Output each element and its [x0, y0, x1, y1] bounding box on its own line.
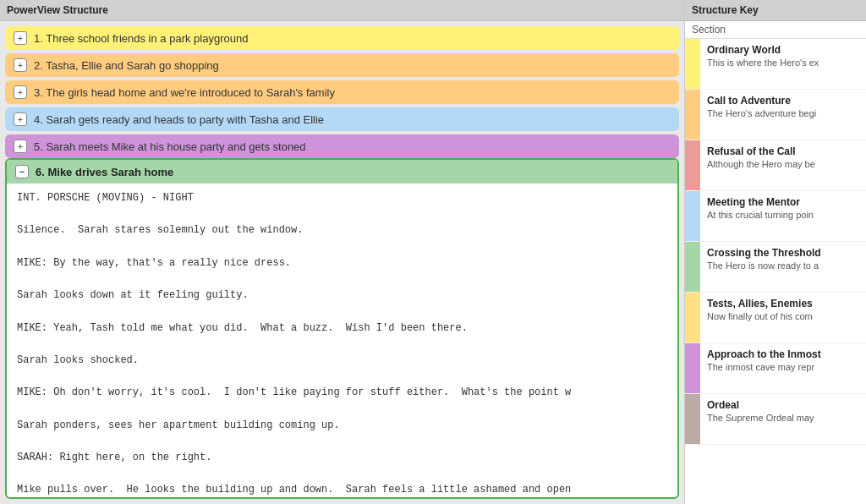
- key-item-4: Crossing the ThresholdThe Hero is now re…: [685, 242, 866, 293]
- key-item-6: Approach to the InmostThe inmost cave ma…: [685, 343, 866, 394]
- key-item-1: Call to AdventureThe Hero's adventure be…: [685, 90, 866, 140]
- key-desc-0: This is where the Hero's ex: [707, 58, 859, 68]
- key-desc-6: The inmost cave may repr: [707, 362, 859, 372]
- key-item-2: Refusal of the CallAlthough the Hero may…: [685, 140, 866, 191]
- key-color-bar-2: [685, 140, 700, 190]
- key-title-2: Refusal of the Call: [707, 145, 859, 157]
- scene-item-4[interactable]: + 4. Sarah gets ready and heads to party…: [5, 107, 679, 131]
- key-title-7: Ordeal: [707, 399, 859, 411]
- structure-key-col-header: Section: [685, 21, 866, 39]
- right-panel-header: Structure Key: [685, 0, 866, 21]
- key-desc-1: The Hero's adventure begi: [707, 108, 859, 118]
- expand-btn-2[interactable]: +: [14, 58, 27, 72]
- key-color-bar-3: [685, 191, 700, 241]
- key-item-7: OrdealThe Supreme Ordeal may: [685, 394, 866, 445]
- key-color-bar-5: [685, 293, 700, 342]
- key-color-bar-0: [685, 39, 700, 89]
- expanded-scene-header: − 6. Mike drives Sarah home: [7, 160, 677, 184]
- scene-label-1: 1. Three school friends in a park playgr…: [34, 32, 248, 45]
- key-title-1: Call to Adventure: [707, 95, 859, 107]
- expanded-scene-label: 6. Mike drives Sarah home: [36, 166, 173, 178]
- key-desc-2: Although the Hero may be: [707, 159, 859, 169]
- script-content[interactable]: INT. PORSCHE (MOVING) - NIGHT Silence. S…: [7, 184, 677, 499]
- expand-btn-4[interactable]: +: [14, 112, 27, 126]
- expand-btn-1[interactable]: +: [14, 31, 27, 45]
- key-title-5: Tests, Allies, Enemies: [707, 298, 859, 310]
- key-title-4: Crossing the Threshold: [707, 247, 859, 259]
- expand-btn-6[interactable]: −: [15, 165, 29, 178]
- key-items: Ordinary WorldThis is where the Hero's e…: [685, 39, 866, 504]
- key-desc-5: Now finally out of his com: [707, 311, 859, 321]
- key-title-6: Approach to the Inmost: [707, 348, 859, 360]
- right-panel: Structure Key Section Ordinary WorldThis…: [685, 0, 866, 504]
- left-panel: PowerView Structure + 1. Three school fr…: [0, 0, 685, 504]
- expand-btn-5[interactable]: +: [14, 140, 27, 153]
- key-title-3: Meeting the Mentor: [707, 196, 859, 208]
- key-color-bar-1: [685, 90, 700, 140]
- scene-item-2[interactable]: + 2. Tasha, Ellie and Sarah go shopping: [5, 53, 679, 77]
- key-color-bar-7: [685, 394, 700, 444]
- key-item-5: Tests, Allies, EnemiesNow finally out of…: [685, 293, 866, 343]
- expand-btn-3[interactable]: +: [14, 85, 27, 99]
- scene-label-2: 2. Tasha, Ellie and Sarah go shopping: [34, 59, 219, 72]
- scene-label-4: 4. Sarah gets ready and heads to party w…: [34, 113, 324, 126]
- key-desc-7: The Supreme Ordeal may: [707, 413, 859, 423]
- expanded-scene-6: − 6. Mike drives Sarah home INT. PORSCHE…: [5, 158, 679, 499]
- scenes-list: + 1. Three school friends in a park play…: [0, 21, 684, 158]
- scene-label-3: 3. The girls head home and we're introdu…: [34, 86, 335, 99]
- scene-label-5: 5. Sarah meets Mike at his house party a…: [34, 140, 306, 153]
- key-color-bar-4: [685, 242, 700, 292]
- scene-item-1[interactable]: + 1. Three school friends in a park play…: [5, 26, 679, 50]
- key-desc-3: At this crucial turning poin: [707, 210, 859, 220]
- scene-item-3[interactable]: + 3. The girls head home and we're intro…: [5, 80, 679, 104]
- key-color-bar-6: [685, 343, 700, 393]
- key-item-0: Ordinary WorldThis is where the Hero's e…: [685, 39, 866, 90]
- key-title-0: Ordinary World: [707, 44, 859, 56]
- key-desc-4: The Hero is now ready to a: [707, 260, 859, 271]
- left-panel-header: PowerView Structure: [0, 0, 684, 21]
- key-item-3: Meeting the MentorAt this crucial turnin…: [685, 191, 866, 242]
- scene-item-5[interactable]: + 5. Sarah meets Mike at his house party…: [5, 134, 679, 158]
